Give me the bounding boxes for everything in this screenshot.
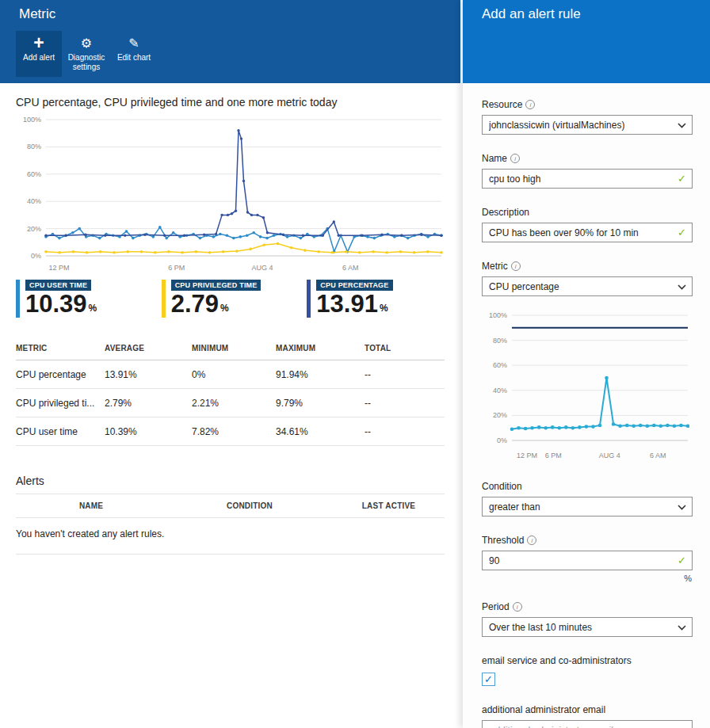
column-header: MAXIMUM [276, 344, 365, 353]
metric-blade-header: Metric + Add alert ⚙ Diagnostic settings… [0, 0, 460, 83]
chart-title: CPU percentage, CPU privileged time and … [16, 96, 445, 109]
metric-select-value: CPU percentage [489, 281, 559, 292]
chevron-down-icon [678, 505, 686, 510]
card-value-row: 10.39 % [25, 291, 97, 318]
table-row: CPU privileged ti... 2.79% 2.21% 9.79% -… [16, 389, 445, 417]
info-icon[interactable] [513, 602, 522, 612]
table-row: CPU percentage 13.91% 0% 91.94% -- [16, 360, 445, 389]
resource-label: Resource [482, 99, 522, 110]
column-header: AVERAGE [105, 344, 192, 353]
page-title: Metric [0, 0, 460, 22]
chevron-down-icon [678, 625, 686, 631]
email-admins-label-text: email service and co-administrators [482, 655, 632, 666]
card-unit: % [380, 303, 388, 314]
card-value: 13.91 [316, 291, 378, 318]
period-select-value: Over the last 10 minutes [489, 622, 592, 633]
svg-text:20%: 20% [27, 225, 41, 233]
metrics-chart: 0%20%40%60%80%100%12 PM6 PMAUG 46 AM [16, 112, 445, 275]
threshold-field [482, 551, 693, 570]
card-value-row: 13.91 % [316, 291, 387, 318]
alerts-empty-message: You haven't created any alert rules. [16, 518, 445, 555]
azure-portal: Metric + Add alert ⚙ Diagnostic settings… [0, 0, 710, 728]
metric-cards: CPU USER TIME 10.39 % CPU PRIVILEGED TIM… [16, 280, 445, 318]
condition-label-row: Condition [482, 481, 693, 492]
table-cell: CPU user time [16, 426, 105, 437]
toolbar: + Add alert ⚙ Diagnostic settings ✎ Edit… [0, 31, 460, 77]
plus-icon: + [33, 35, 44, 51]
metric-blade: Metric + Add alert ⚙ Diagnostic settings… [0, 0, 460, 728]
chevron-down-icon [678, 284, 686, 290]
column-header: METRIC [16, 344, 105, 353]
edit-chart-button[interactable]: ✎ Edit chart [111, 31, 157, 77]
svg-text:100%: 100% [23, 116, 41, 124]
alert-rule-form: Resource johnclassicwin (virtualMachines… [463, 83, 710, 728]
name-label-row: Name [482, 153, 693, 164]
table-cell: 2.79% [105, 398, 192, 409]
table-cell: 2.21% [192, 398, 276, 409]
alerts-table: NAME CONDITION LAST ACTIVE You haven't c… [16, 494, 445, 555]
svg-text:6 PM: 6 PM [545, 452, 562, 459]
svg-text:12 PM: 12 PM [48, 264, 69, 272]
info-icon[interactable] [527, 536, 536, 545]
svg-text:40%: 40% [493, 387, 507, 394]
svg-text:6 AM: 6 AM [650, 452, 666, 459]
table-cell: CPU privileged ti... [16, 398, 105, 409]
column-header: TOTAL [365, 344, 445, 353]
diagnostic-settings-label: Diagnostic settings [65, 53, 108, 71]
card-body: CPU PERCENTAGE 13.91 % [311, 280, 392, 318]
add-alert-button[interactable]: + Add alert [16, 31, 62, 77]
table-cell: -- [365, 426, 445, 437]
card-unit: % [89, 303, 97, 314]
table-cell: CPU percentage [16, 369, 105, 380]
info-icon[interactable] [511, 261, 521, 271]
pencil-icon: ✎ [128, 35, 139, 51]
card-value: 10.39 [25, 291, 87, 318]
card-unit: % [220, 303, 229, 314]
period-select[interactable]: Over the last 10 minutes [482, 617, 693, 637]
table-row: CPU user time 10.39% 7.82% 34.61% -- [16, 417, 445, 446]
table-cell: 0% [192, 369, 276, 380]
period-label: Period [482, 601, 510, 612]
table-cell: 13.91% [105, 369, 192, 380]
description-input[interactable] [483, 223, 692, 242]
metric-card-cpu-percentage[interactable]: CPU PERCENTAGE 13.91 % [307, 280, 445, 318]
resource-label-row: Resource [482, 99, 693, 110]
edit-chart-label: Edit chart [117, 53, 151, 63]
name-input[interactable] [483, 170, 692, 188]
threshold-input[interactable] [483, 551, 692, 570]
svg-text:12 PM: 12 PM [517, 452, 537, 459]
resource-select[interactable]: johnclassicwin (virtualMachines) [482, 115, 693, 135]
card-value: 2.79 [171, 291, 219, 318]
add-alert-label: Add alert [23, 53, 55, 63]
svg-text:0%: 0% [31, 252, 41, 260]
card-value-row: 2.79 % [171, 291, 229, 318]
svg-text:6 AM: 6 AM [342, 264, 359, 272]
card-body: CPU USER TIME 10.39 % [20, 280, 97, 318]
resource-select-value: johnclassicwin (virtualMachines) [489, 120, 624, 131]
table-cell: 91.94% [276, 369, 365, 380]
condition-select[interactable]: greater than [482, 497, 693, 516]
column-header: LAST ACTIVE [333, 494, 445, 517]
table-cell: -- [365, 369, 445, 380]
column-header: CONDITION [166, 494, 333, 517]
additional-email-label-text: additional administrator email [482, 704, 605, 715]
column-header: MINIMUM [192, 344, 276, 353]
metric-card-cpu-privileged-time[interactable]: CPU PRIVILEGED TIME 2.79 % [162, 280, 300, 318]
metric-label-row: Metric [482, 261, 693, 272]
svg-text:100%: 100% [489, 311, 507, 319]
metric-card-cpu-user-time[interactable]: CPU USER TIME 10.39 % [16, 280, 154, 318]
info-icon[interactable] [525, 100, 535, 109]
alerts-section-title: Alerts [16, 475, 445, 487]
svg-text:AUG 4: AUG 4 [251, 264, 273, 272]
description-label-row: Description [482, 207, 693, 218]
table-cell: 10.39% [105, 426, 192, 437]
svg-text:60%: 60% [27, 170, 41, 178]
blade-title: Add an alert rule [463, 0, 710, 22]
email-admins-checkbox[interactable] [482, 673, 495, 686]
additional-email-input[interactable] [483, 721, 692, 728]
threshold-preview-chart: 0%20%40%60%80%100%12 PM6 PMAUG 46 AM [482, 307, 693, 463]
metric-select[interactable]: CPU percentage [482, 276, 693, 296]
info-icon[interactable] [510, 154, 520, 163]
table-cell: -- [365, 398, 445, 409]
diagnostic-settings-button[interactable]: ⚙ Diagnostic settings [63, 31, 109, 77]
